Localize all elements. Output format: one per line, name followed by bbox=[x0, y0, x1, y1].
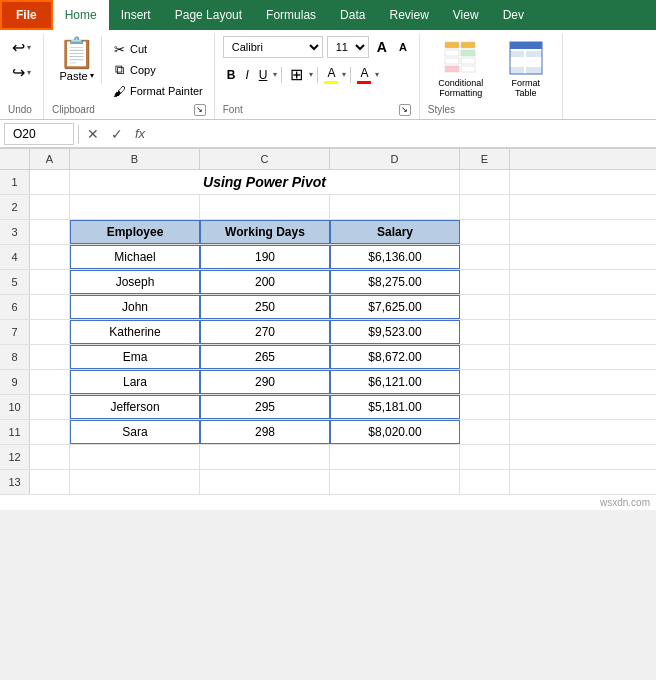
cell-d12[interactable] bbox=[330, 445, 460, 469]
cell-e1[interactable] bbox=[460, 170, 510, 194]
cell-e6[interactable] bbox=[460, 295, 510, 319]
cell-d4[interactable]: $6,136.00 bbox=[330, 245, 460, 269]
underline-button[interactable]: U bbox=[255, 66, 272, 84]
font-grow-button[interactable]: A bbox=[373, 37, 391, 57]
font-expand-button[interactable]: ↘ bbox=[399, 104, 411, 116]
cell-b8[interactable]: Ema bbox=[70, 345, 200, 369]
cell-d11[interactable]: $8,020.00 bbox=[330, 420, 460, 444]
formula-input[interactable] bbox=[153, 123, 652, 145]
col-header-b[interactable]: B bbox=[70, 149, 200, 169]
cell-b4[interactable]: Michael bbox=[70, 245, 200, 269]
redo-button[interactable]: ↪ ▾ bbox=[8, 61, 35, 84]
cell-c9[interactable]: 290 bbox=[200, 370, 330, 394]
cell-b5[interactable]: Joseph bbox=[70, 270, 200, 294]
cell-b11[interactable]: Sara bbox=[70, 420, 200, 444]
col-header-e[interactable]: E bbox=[460, 149, 510, 169]
bold-button[interactable]: B bbox=[223, 66, 240, 84]
borders-button[interactable]: ⊞ bbox=[286, 63, 307, 86]
cell-e2[interactable] bbox=[460, 195, 510, 219]
font-color-button[interactable]: A bbox=[355, 65, 373, 85]
cell-d8[interactable]: $8,672.00 bbox=[330, 345, 460, 369]
cell-a5[interactable] bbox=[30, 270, 70, 294]
cell-reference-box[interactable]: O20 bbox=[4, 123, 74, 145]
cell-c5[interactable]: 200 bbox=[200, 270, 330, 294]
cell-a10[interactable] bbox=[30, 395, 70, 419]
cell-e8[interactable] bbox=[460, 345, 510, 369]
cell-b9[interactable]: Lara bbox=[70, 370, 200, 394]
cell-b13[interactable] bbox=[70, 470, 200, 494]
tab-dev[interactable]: Dev bbox=[491, 0, 536, 30]
cell-d13[interactable] bbox=[330, 470, 460, 494]
cell-b3[interactable]: Employee bbox=[70, 220, 200, 244]
cell-c2[interactable] bbox=[200, 195, 330, 219]
cell-b6[interactable]: John bbox=[70, 295, 200, 319]
copy-button[interactable]: ⧉ Copy bbox=[108, 61, 206, 79]
cell-a3[interactable] bbox=[30, 220, 70, 244]
cell-d7[interactable]: $9,523.00 bbox=[330, 320, 460, 344]
tab-review[interactable]: Review bbox=[377, 0, 440, 30]
cell-e11[interactable] bbox=[460, 420, 510, 444]
cell-a9[interactable] bbox=[30, 370, 70, 394]
cell-c4[interactable]: 190 bbox=[200, 245, 330, 269]
cell-c10[interactable]: 295 bbox=[200, 395, 330, 419]
cell-d2[interactable] bbox=[330, 195, 460, 219]
cell-c3[interactable]: Working Days bbox=[200, 220, 330, 244]
clipboard-expand-button[interactable]: ↘ bbox=[194, 104, 206, 116]
cell-e5[interactable] bbox=[460, 270, 510, 294]
conditional-formatting-button[interactable]: Conditional Formatting bbox=[428, 36, 494, 102]
font-size-select[interactable]: 11 bbox=[327, 36, 369, 58]
cell-c8[interactable]: 265 bbox=[200, 345, 330, 369]
cell-a11[interactable] bbox=[30, 420, 70, 444]
cell-e3[interactable] bbox=[460, 220, 510, 244]
cell-a4[interactable] bbox=[30, 245, 70, 269]
cell-d6[interactable]: $7,625.00 bbox=[330, 295, 460, 319]
cell-a8[interactable] bbox=[30, 345, 70, 369]
formula-cancel-button[interactable]: ✕ bbox=[83, 126, 103, 142]
format-table-button[interactable]: Format Table bbox=[498, 36, 554, 102]
cell-e13[interactable] bbox=[460, 470, 510, 494]
cell-c6[interactable]: 250 bbox=[200, 295, 330, 319]
cell-e4[interactable] bbox=[460, 245, 510, 269]
cell-a2[interactable] bbox=[30, 195, 70, 219]
tab-file[interactable]: File bbox=[0, 0, 53, 30]
tab-insert[interactable]: Insert bbox=[109, 0, 163, 30]
col-header-d[interactable]: D bbox=[330, 149, 460, 169]
cell-c12[interactable] bbox=[200, 445, 330, 469]
font-name-select[interactable]: Calibri bbox=[223, 36, 323, 58]
cut-button[interactable]: ✂ Cut bbox=[108, 40, 206, 58]
tab-view[interactable]: View bbox=[441, 0, 491, 30]
tab-formulas[interactable]: Formulas bbox=[254, 0, 328, 30]
col-header-a[interactable]: A bbox=[30, 149, 70, 169]
cell-e7[interactable] bbox=[460, 320, 510, 344]
cell-c11[interactable]: 298 bbox=[200, 420, 330, 444]
tab-page-layout[interactable]: Page Layout bbox=[163, 0, 254, 30]
cell-c7[interactable]: 270 bbox=[200, 320, 330, 344]
cell-b1[interactable]: Using Power Pivot bbox=[70, 170, 460, 194]
cell-e9[interactable] bbox=[460, 370, 510, 394]
cell-d9[interactable]: $6,121.00 bbox=[330, 370, 460, 394]
cell-d3[interactable]: Salary bbox=[330, 220, 460, 244]
cell-a13[interactable] bbox=[30, 470, 70, 494]
cell-e12[interactable] bbox=[460, 445, 510, 469]
font-shrink-button[interactable]: A bbox=[395, 39, 411, 55]
cell-c13[interactable] bbox=[200, 470, 330, 494]
cell-b10[interactable]: Jefferson bbox=[70, 395, 200, 419]
cell-b12[interactable] bbox=[70, 445, 200, 469]
undo-button[interactable]: ↩ ▾ bbox=[8, 36, 35, 59]
cell-a6[interactable] bbox=[30, 295, 70, 319]
cell-d5[interactable]: $8,275.00 bbox=[330, 270, 460, 294]
cell-d10[interactable]: $5,181.00 bbox=[330, 395, 460, 419]
cell-e10[interactable] bbox=[460, 395, 510, 419]
cell-b2[interactable] bbox=[70, 195, 200, 219]
fx-label[interactable]: fx bbox=[131, 126, 149, 141]
cell-a12[interactable] bbox=[30, 445, 70, 469]
format-painter-button[interactable]: 🖌 Format Painter bbox=[108, 82, 206, 100]
tab-data[interactable]: Data bbox=[328, 0, 377, 30]
paste-button[interactable]: 📋 Paste ▾ bbox=[52, 36, 102, 84]
cell-b7[interactable]: Katherine bbox=[70, 320, 200, 344]
highlight-color-button[interactable]: A bbox=[322, 65, 340, 85]
cell-a1[interactable] bbox=[30, 170, 70, 194]
formula-confirm-button[interactable]: ✓ bbox=[107, 126, 127, 142]
italic-button[interactable]: I bbox=[241, 66, 252, 84]
cell-a7[interactable] bbox=[30, 320, 70, 344]
